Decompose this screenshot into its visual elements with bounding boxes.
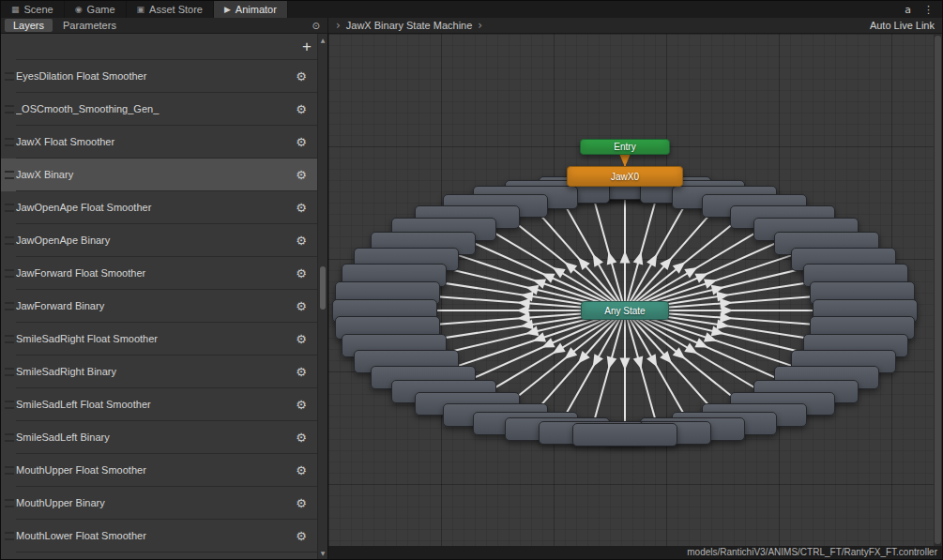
layers-parameters-toolbar: Layers Parameters ⊙ (1, 18, 328, 33)
layer-row[interactable]: SmileSadLeft Binary ⚙ (1, 421, 317, 454)
gear-icon[interactable]: ⚙ (291, 234, 312, 248)
layer-row[interactable]: MouthUpper Binary ⚙ (1, 487, 317, 520)
layer-list: EyesDilation Float Smoother ⚙ _OSCmooth_… (1, 60, 317, 552)
eye-icon[interactable]: ⊙ (312, 21, 324, 31)
layer-row[interactable]: JawForward Float Smoother ⚙ (1, 257, 317, 290)
editor-tab-game[interactable]: ◉ Game (65, 1, 127, 18)
chevron-right-icon: › (336, 19, 341, 32)
jawx0-node[interactable]: JawX0 (567, 166, 683, 187)
tab-layers[interactable]: Layers (5, 19, 53, 32)
kebab-menu-icon[interactable]: ⋮ (923, 4, 934, 16)
layer-row[interactable]: JawForward Binary ⚙ (1, 290, 317, 323)
drag-handle-icon[interactable] (5, 532, 14, 540)
state-machine-canvas[interactable]: Entry JawX0 Any State models/RantichiV3/… (328, 34, 942, 559)
gear-icon[interactable]: ⚙ (291, 529, 312, 543)
entry-node[interactable]: Entry (580, 139, 670, 155)
editor-tab-scene[interactable]: ▦ Scene (1, 1, 65, 18)
gear-icon[interactable]: ⚙ (291, 299, 312, 313)
layer-name: JawForward Binary (16, 300, 291, 311)
gear-icon[interactable]: ⚙ (291, 102, 312, 116)
layer-name: MouthLower Float Smoother (16, 530, 291, 541)
layer-row[interactable]: JawX Binary ⚙ (1, 159, 317, 191)
layer-row[interactable]: SmileSadRight Binary ⚙ (1, 356, 317, 388)
drag-handle-icon[interactable] (5, 204, 14, 212)
drag-handle-icon[interactable] (5, 368, 14, 376)
layer-row[interactable]: SmileSadRight Float Smoother ⚙ (1, 323, 317, 356)
controller-path-label: models/RantichiV3/ANIMS/CTRL_FT/RantyFX_… (328, 546, 942, 559)
gear-icon[interactable]: ⚙ (291, 69, 312, 83)
layer-name: SmileSadRight Binary (16, 366, 291, 377)
breadcrumb-bar: › JawX Binary State Machine › Auto Live … (328, 18, 942, 33)
layer-name: JawX Binary (16, 169, 291, 180)
layer-row[interactable]: MouthUpper Float Smoother ⚙ (1, 454, 317, 487)
window-controls: a ⋮ (905, 1, 942, 18)
layer-row[interactable]: EyesDilation Float Smoother ⚙ (1, 60, 317, 93)
editor-tab-label: Animator (236, 4, 277, 15)
layer-name: SmileSadRight Float Smoother (16, 333, 291, 344)
drag-handle-icon[interactable] (5, 302, 14, 310)
drag-handle-icon[interactable] (5, 138, 14, 146)
layer-row[interactable]: SmileSadLeft Float Smoother ⚙ (1, 388, 317, 421)
tab-parameters[interactable]: Parameters (54, 19, 125, 32)
graph-nodes: Entry JawX0 Any State (328, 34, 942, 559)
layer-row[interactable]: _OSCmooth_Smoothing_Gen_ ⚙ (1, 93, 317, 126)
drag-handle-icon[interactable] (5, 269, 14, 278)
drag-handle-icon[interactable] (5, 466, 14, 475)
layer-row[interactable]: JawX Float Smoother ⚙ (1, 126, 317, 159)
account-icon[interactable]: a (905, 4, 911, 16)
chevron-right-icon: › (478, 19, 482, 32)
any-state-node[interactable]: Any State (581, 301, 669, 320)
scroll-up-icon[interactable]: ▲ (318, 37, 327, 43)
drag-handle-icon[interactable] (5, 499, 14, 507)
drag-handle-icon[interactable] (5, 72, 14, 81)
scene-icon: ▦ (11, 5, 20, 14)
layers-scrollbar-thumb[interactable] (320, 266, 326, 310)
editor-tab-label: Scene (24, 4, 53, 15)
drag-handle-icon[interactable] (5, 401, 14, 409)
gear-icon[interactable]: ⚙ (291, 398, 312, 412)
layer-name: SmileSadLeft Float Smoother (16, 399, 291, 410)
drag-handle-icon[interactable] (5, 105, 14, 114)
layer-row[interactable]: JawOpenApe Float Smoother ⚙ (1, 191, 317, 224)
graph-scrollbar-thumb[interactable] (935, 36, 941, 544)
asset-store-icon: ▣ (137, 5, 145, 14)
gear-icon[interactable]: ⚙ (291, 135, 312, 149)
editor-tab-asset-store[interactable]: ▣ Asset Store (127, 1, 214, 18)
gear-icon[interactable]: ⚙ (291, 168, 312, 182)
layers-panel: + EyesDilation Float Smoother ⚙ _OSCmoot… (1, 34, 328, 559)
gear-icon[interactable]: ⚙ (291, 463, 312, 477)
layer-name: JawOpenApe Binary (16, 235, 291, 246)
layer-name: JawForward Float Smoother (16, 267, 291, 279)
gear-icon[interactable]: ⚙ (291, 431, 312, 445)
gear-icon[interactable]: ⚙ (291, 496, 312, 510)
breadcrumb-state-machine[interactable]: JawX Binary State Machine (346, 20, 473, 31)
editor-tab-label: Game (87, 4, 115, 15)
editor-tab-animator[interactable]: ▶ Animator (214, 1, 288, 18)
scroll-down-icon[interactable]: ▼ (318, 550, 327, 556)
layer-name: MouthUpper Binary (16, 497, 291, 508)
layer-row[interactable]: JawOpenApe Binary ⚙ (1, 224, 317, 257)
gear-icon[interactable]: ⚙ (291, 266, 312, 280)
add-layer-row: + (1, 34, 317, 60)
drag-handle-icon[interactable] (5, 433, 14, 442)
main-split: + EyesDilation Float Smoother ⚙ _OSCmoot… (1, 34, 942, 559)
layers-scrollbar[interactable]: ▲ ▼ (317, 34, 327, 559)
add-layer-button[interactable]: + (302, 38, 312, 54)
graph-scrollbar[interactable] (934, 34, 942, 546)
layer-name: JawX Float Smoother (16, 136, 291, 147)
layer-name: _OSCmooth_Smoothing_Gen_ (16, 103, 291, 114)
gear-icon[interactable]: ⚙ (291, 365, 312, 379)
editor-tab-label: Asset Store (149, 4, 203, 15)
drag-handle-icon[interactable] (5, 171, 14, 179)
layer-row[interactable]: MouthLower Float Smoother ⚙ (1, 520, 317, 552)
editor-tab-bar: ▦ Scene ◉ Game ▣ Asset Store ▶ Animator … (1, 1, 942, 18)
gear-icon[interactable]: ⚙ (291, 201, 312, 215)
state-node[interactable] (572, 423, 677, 446)
game-icon: ◉ (75, 5, 83, 14)
animator-icon: ▶ (224, 5, 231, 14)
drag-handle-icon[interactable] (5, 335, 14, 343)
gear-icon[interactable]: ⚙ (291, 332, 312, 346)
animator-toolbar: Layers Parameters ⊙ › JawX Binary State … (1, 18, 942, 34)
drag-handle-icon[interactable] (5, 236, 14, 245)
auto-live-link-button[interactable]: Auto Live Link (870, 20, 935, 31)
